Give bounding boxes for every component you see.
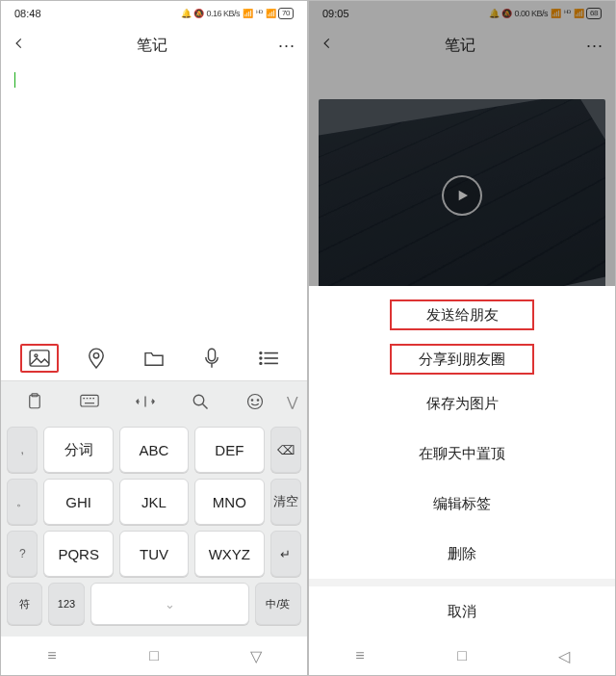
svg-rect-0: [30, 351, 49, 366]
key-mno[interactable]: MNO: [194, 479, 264, 525]
action-sheet: 发送给朋友 分享到朋友圈 保存为图片 在聊天中置顶 编辑标签 删除 取消 ≡ □…: [309, 286, 615, 675]
keyboard-collapse-icon[interactable]: ⋁: [283, 394, 301, 409]
action-send-friend[interactable]: 发送给朋友: [390, 299, 534, 330]
nav-back-icon[interactable]: ◁: [555, 647, 573, 664]
key-def[interactable]: DEF: [194, 427, 264, 473]
folder-icon[interactable]: [135, 344, 173, 373]
key-fenci[interactable]: 分词: [43, 427, 113, 473]
key-backspace[interactable]: ⌫: [270, 427, 301, 473]
key-ghi[interactable]: GHI: [43, 479, 113, 525]
key-jkl[interactable]: JKL: [119, 479, 189, 525]
key-question[interactable]: ?: [7, 531, 38, 577]
nav-menu-icon[interactable]: ≡: [43, 647, 61, 664]
svg-point-1: [35, 354, 38, 357]
action-share-moments[interactable]: 分享到朋友圈: [390, 344, 534, 375]
key-123[interactable]: 123: [48, 583, 84, 625]
nav-menu-icon[interactable]: ≡: [351, 647, 369, 664]
nav-home-icon[interactable]: □: [453, 647, 471, 664]
key-clear[interactable]: 清空: [270, 479, 301, 525]
action-cancel[interactable]: 取消: [309, 586, 615, 637]
action-pin-chat[interactable]: 在聊天中置顶: [309, 429, 615, 479]
action-delete[interactable]: 删除: [309, 529, 615, 579]
svg-point-8: [260, 363, 262, 365]
mic-icon[interactable]: [192, 344, 231, 373]
system-nav: ≡ □ ▽: [1, 637, 307, 675]
key-period[interactable]: 。: [7, 479, 38, 525]
back-icon[interactable]: [13, 37, 26, 54]
left-phone: 08:48 🔔🔕 0.16 KB/s 📶ᴴᴰ📶 70 笔记 ···: [0, 0, 308, 676]
nav-back-icon[interactable]: ▽: [247, 647, 265, 664]
keyboard-toolbar: ⋁: [1, 380, 307, 421]
svg-rect-3: [208, 349, 215, 360]
key-space[interactable]: ⌄: [90, 583, 249, 625]
svg-point-4: [260, 352, 262, 354]
status-time: 08:48: [14, 8, 41, 19]
note-editor[interactable]: [1, 65, 307, 336]
status-bar: 08:48 🔔🔕 0.16 KB/s 📶ᴴᴰ📶 70: [1, 1, 307, 26]
search-icon[interactable]: [185, 386, 216, 417]
svg-rect-12: [81, 395, 98, 406]
cursor-move-icon[interactable]: [130, 386, 161, 417]
key-abc[interactable]: ABC: [119, 427, 189, 473]
image-icon[interactable]: [20, 344, 59, 373]
svg-point-21: [248, 394, 263, 408]
key-wxyz[interactable]: WXYZ: [194, 531, 264, 577]
text-caret: [14, 72, 15, 88]
app-navbar: 笔记 ···: [1, 26, 307, 65]
key-lang[interactable]: 中/英: [255, 583, 301, 625]
svg-line-20: [202, 403, 207, 408]
svg-point-22: [252, 399, 254, 401]
nav-home-icon[interactable]: □: [145, 647, 163, 664]
keyboard: , 分词 ABC DEF ⌫ 。 GHI JKL MNO 清空 ? PQRS T…: [1, 421, 307, 637]
key-comma[interactable]: ,: [7, 427, 38, 473]
list-icon[interactable]: [249, 344, 288, 373]
right-phone: 09:05 🔔🔕 0.00 KB/s 📶ᴴᴰ📶 68 笔记 ··· 发送给朋友 …: [308, 0, 616, 676]
status-indicators: 🔔🔕 0.16 KB/s 📶ᴴᴰ📶 70: [181, 8, 294, 19]
location-icon[interactable]: [77, 344, 116, 373]
svg-point-23: [258, 399, 260, 401]
svg-point-2: [94, 353, 99, 358]
system-nav: ≡ □ ◁: [309, 637, 615, 675]
svg-point-6: [260, 357, 262, 359]
emoji-icon[interactable]: [240, 386, 270, 417]
action-save-image[interactable]: 保存为图片: [309, 378, 615, 429]
keyboard-switch-icon[interactable]: [74, 386, 105, 417]
svg-point-19: [193, 395, 204, 405]
clipboard-icon[interactable]: [19, 386, 50, 417]
more-icon[interactable]: ···: [278, 36, 295, 56]
key-tuv[interactable]: TUV: [119, 531, 189, 577]
key-symbol[interactable]: 符: [7, 583, 42, 625]
editor-toolbar: [1, 336, 307, 380]
action-edit-tags[interactable]: 编辑标签: [309, 479, 615, 529]
page-title: 笔记: [26, 36, 278, 56]
key-pqrs[interactable]: PQRS: [43, 531, 113, 577]
key-enter[interactable]: ↵: [270, 531, 301, 577]
